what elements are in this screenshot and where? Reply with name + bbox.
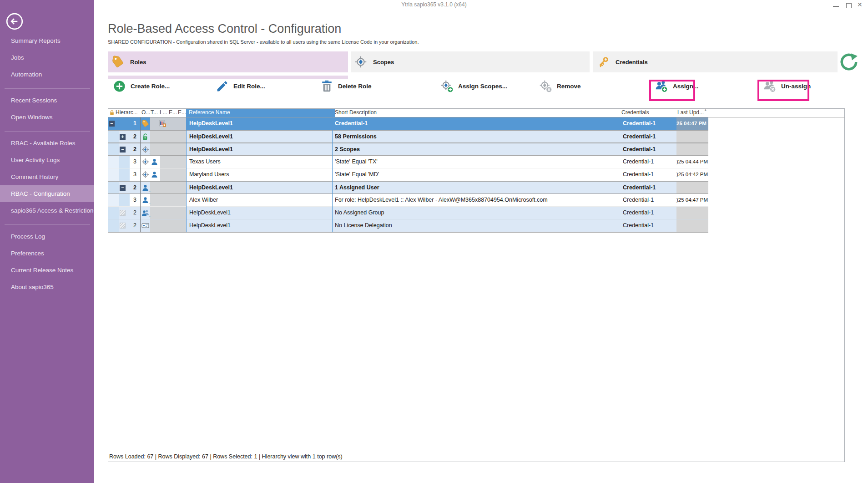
table-row[interactable]: −2:HelpDeskLevel12 ScopesCredential-1 xyxy=(108,143,708,156)
sidebar-item-sapio365-access-restrictions[interactable]: sapio365 Access & Restrictions xyxy=(0,202,94,219)
reference-name-cell: HelpDeskLevel1 xyxy=(187,182,332,193)
collapse-toggle[interactable]: − xyxy=(120,147,126,153)
type-icons-cell: . xyxy=(140,194,187,206)
user-icon xyxy=(141,184,149,192)
column-header-last-updated[interactable]: Last Upd... xyxy=(677,108,704,117)
short-description-cell: 2 Scopes xyxy=(332,143,620,155)
unassign-users-button[interactable]: Un-assign xyxy=(763,76,811,96)
tab-roles[interactable]: Roles xyxy=(108,51,348,72)
maximize-button[interactable] xyxy=(846,3,852,8)
sidebar-item-user-activity-logs[interactable]: User Activity Logs xyxy=(0,152,94,168)
sidebar-divider xyxy=(5,131,90,132)
tab-credentials[interactable]: Credentials xyxy=(593,51,838,72)
sidebar-item-preferences[interactable]: Preferences xyxy=(0,245,94,262)
user-icon xyxy=(151,158,158,166)
column-header-reference-name[interactable]: Reference Name xyxy=(186,108,335,117)
hierarchy-level: 2 xyxy=(133,131,136,142)
hierarchy-cell: 2 xyxy=(108,207,140,219)
table-row[interactable]: 2.HelpDeskLevel1No Assigned GroupCredent… xyxy=(108,207,708,219)
inapplicable-cells xyxy=(150,207,187,219)
reference-name-cell: HelpDeskLevel1 xyxy=(187,207,332,219)
page-subtitle: SHARED CONFIGURATION - Configuration sha… xyxy=(108,39,419,45)
sidebar-item-current-release-notes[interactable]: Current Release Notes xyxy=(0,262,94,279)
sidebar-item-recent-sessions[interactable]: Recent Sessions xyxy=(0,92,94,109)
type-icons-cell xyxy=(140,168,187,181)
collapse-toggle[interactable]: − xyxy=(120,185,126,191)
disabled-toggle xyxy=(120,223,126,229)
credentials-cell: Credential-1 xyxy=(620,143,676,155)
column-header-t[interactable]: T... xyxy=(151,108,158,117)
table-row[interactable]: 3.Alex WilberFor role: HelpDeskLevel1 ::… xyxy=(108,194,708,207)
last-updated-cell: )25 04:47 PM xyxy=(676,194,708,206)
button-label: Delete Role xyxy=(338,83,372,90)
sidebar-item-about-sapio365[interactable]: About sapio365 xyxy=(0,279,94,295)
remove-scope-button[interactable]: Remove xyxy=(539,76,581,96)
create-role-button[interactable]: Create Role... xyxy=(113,76,170,96)
indent-guide xyxy=(108,219,119,232)
column-header-o[interactable]: O... xyxy=(141,108,150,117)
expand-toggle[interactable]: + xyxy=(120,134,126,140)
back-button[interactable] xyxy=(6,13,23,30)
indent-guide xyxy=(119,156,130,168)
app-window: Ytria sapio365 v3.1.0 (x64) ✕ Summary Re… xyxy=(0,0,868,483)
page-title: Role-Based Access Control - Configuratio… xyxy=(108,22,341,36)
assign-users-button[interactable]: Assign... xyxy=(655,76,698,96)
last-updated-cell xyxy=(676,131,708,142)
sidebar-item-automation[interactable]: Automation xyxy=(0,66,94,83)
hierarchy-level: 2 xyxy=(133,182,136,193)
icon-overflow-mark: . xyxy=(149,209,151,219)
credentials-cell: Credential-1 xyxy=(620,182,676,193)
sidebar-item-process-log[interactable]: Process Log xyxy=(0,228,94,245)
tab-scopes[interactable]: Scopes xyxy=(351,51,590,72)
views-icon xyxy=(159,120,167,127)
column-header-l[interactable]: L... xyxy=(160,108,167,117)
sidebar-item-open-windows[interactable]: Open Windows xyxy=(0,109,94,126)
table-row[interactable]: −1HelpDeskLevel1Credential-1Credential-1… xyxy=(108,117,708,130)
inapplicable-cells xyxy=(150,182,187,193)
close-button[interactable]: ✕ xyxy=(857,1,863,8)
reference-name-cell: HelpDeskLevel1 xyxy=(187,143,332,155)
minimize-button[interactable] xyxy=(833,6,839,7)
short-description-cell: Credential-1 xyxy=(332,117,620,130)
indent-guide xyxy=(108,143,119,155)
last-updated-cell: )25 04:42 PM xyxy=(676,168,708,181)
grid-header: Hierarc... O... T... L... E... E... Refe… xyxy=(108,108,845,117)
sidebar-item-jobs[interactable]: Jobs xyxy=(0,49,94,66)
last-updated-cell xyxy=(676,207,708,219)
table-row[interactable]: 3Maryland Users'State' Equal 'MD'Credent… xyxy=(108,168,708,181)
column-header-short-description[interactable]: Short Description xyxy=(335,108,377,117)
lock-icon xyxy=(109,110,115,116)
sidebar-item-rbac-configuration[interactable]: RBAC - Configuration xyxy=(0,185,94,202)
column-header-hierarchy[interactable]: Hierarc... xyxy=(116,108,140,117)
tag-icon xyxy=(111,56,124,68)
column-header-e1[interactable]: E... xyxy=(169,108,177,117)
column-header-e2[interactable]: E... xyxy=(178,108,186,117)
type-icons-cell: . xyxy=(140,182,187,193)
refresh-icon[interactable] xyxy=(839,52,858,71)
table-row[interactable]: 2HelpDeskLevel1No License DelegationCred… xyxy=(108,219,708,232)
reference-name-cell: Alex Wilber xyxy=(187,194,332,206)
edit-role-button[interactable]: Edit Role... xyxy=(216,76,265,96)
type-icons-cell xyxy=(140,117,187,130)
delete-role-button[interactable]: Delete Role xyxy=(320,76,372,96)
table-row[interactable]: −2.HelpDeskLevel11 Assigned UserCredenti… xyxy=(108,181,708,194)
table-row[interactable]: 3Texas Users'State' Equal 'TX'Credential… xyxy=(108,156,708,168)
sidebar-item-comment-history[interactable]: Comment History xyxy=(0,168,94,185)
scope-icon xyxy=(141,171,149,178)
assign-scopes-button[interactable]: Assign Scopes... xyxy=(440,76,507,96)
credentials-cell: Credential-1 xyxy=(620,156,676,168)
table-row[interactable]: +2HelpDeskLevel158 PermissionsCredential… xyxy=(108,130,708,143)
sort-ascending-icon: ▴ xyxy=(705,108,707,112)
credentials-cell: Credential-1 xyxy=(620,117,676,130)
sidebar-item-rbac-available-roles[interactable]: RBAC - Available Roles xyxy=(0,135,94,152)
hierarchy-level: 2 xyxy=(133,143,136,155)
type-icons-cell xyxy=(140,219,187,232)
type-icons-cell: : xyxy=(140,143,187,155)
sidebar-item-summary-reports[interactable]: Summary Reports xyxy=(0,32,94,49)
sidebar-divider xyxy=(5,224,90,225)
disabled-toggle xyxy=(120,210,126,216)
column-header-credentials[interactable]: Credentials xyxy=(621,108,649,117)
collapse-toggle[interactable]: − xyxy=(109,121,115,127)
short-description-cell: For role: HelpDeskLevel1 :: Alex Wilber … xyxy=(332,194,620,206)
indent-guide xyxy=(119,168,130,181)
